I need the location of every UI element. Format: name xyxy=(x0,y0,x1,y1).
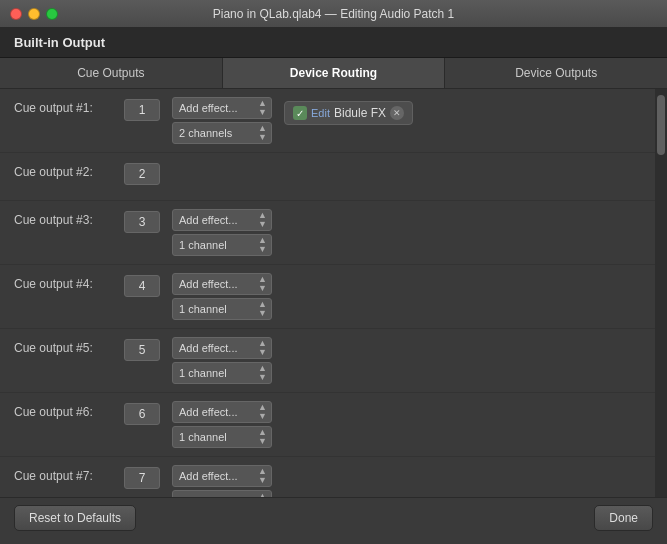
dropdown-arrow: ▲▼ xyxy=(258,428,267,446)
effect-name-1: Bidule FX xyxy=(334,106,386,120)
add-effect-dropdown-0[interactable]: Add effect...▲▼ xyxy=(172,97,272,119)
tab-device-outputs[interactable]: Device Outputs xyxy=(445,58,667,88)
channel-dropdown-6[interactable]: 1 channel▲▼ xyxy=(172,490,272,497)
cue-number-5[interactable]: 5 xyxy=(124,339,160,361)
badge-row-1: ✓EditBidule FX✕ xyxy=(284,97,413,125)
cue-label-5: Cue output #5: xyxy=(14,337,124,355)
section-header: Built-in Output xyxy=(0,28,667,58)
cue-effects-col-5: Add effect...▲▼1 channel▲▼ xyxy=(172,337,272,384)
close-button[interactable] xyxy=(10,8,22,20)
add-effect-dropdown-3[interactable]: Add effect...▲▼ xyxy=(172,273,272,295)
dropdown-arrow: ▲▼ xyxy=(258,124,267,142)
cue-effects-col-6: Add effect...▲▼1 channel▲▼ xyxy=(172,401,272,448)
effect-dropdowns-0-0: Add effect...▲▼2 channels▲▼ xyxy=(172,97,272,144)
cue-row-3: Cue output #3:3Add effect...▲▼1 channel▲… xyxy=(0,201,655,265)
cue-row-7: Cue output #7:7Add effect...▲▼1 channel▲… xyxy=(0,457,655,497)
done-button[interactable]: Done xyxy=(594,505,653,531)
add-effect-dropdown-5[interactable]: Add effect...▲▼ xyxy=(172,401,272,423)
cue-effects-col-7: Add effect...▲▼1 channel▲▼ xyxy=(172,465,272,497)
add-effect-dropdown-6[interactable]: Add effect...▲▼ xyxy=(172,465,272,487)
cue-label-7: Cue output #7: xyxy=(14,465,124,483)
dropdown-arrow: ▲▼ xyxy=(258,492,267,497)
cue-number-6[interactable]: 6 xyxy=(124,403,160,425)
dropdown-arrow: ▲▼ xyxy=(258,211,267,229)
add-effect-dropdown-2[interactable]: Add effect...▲▼ xyxy=(172,209,272,231)
cue-number-3[interactable]: 3 xyxy=(124,211,160,233)
cue-row-6: Cue output #6:6Add effect...▲▼1 channel▲… xyxy=(0,393,655,457)
dropdown-arrow: ▲▼ xyxy=(258,467,267,485)
scroll-area[interactable]: Cue output #1:1Add effect...▲▼2 channels… xyxy=(0,89,655,497)
cue-row-5: Cue output #5:5Add effect...▲▼1 channel▲… xyxy=(0,329,655,393)
cue-effects-col-1: Add effect...▲▼2 channels▲▼ xyxy=(172,97,272,144)
effect-dropdowns-6-0: Add effect...▲▼1 channel▲▼ xyxy=(172,465,272,497)
scrollbar-track xyxy=(655,89,667,497)
add-effect-dropdown-4[interactable]: Add effect...▲▼ xyxy=(172,337,272,359)
effect-dropdowns-4-0: Add effect...▲▼1 channel▲▼ xyxy=(172,337,272,384)
cue-row-1: Cue output #1:1Add effect...▲▼2 channels… xyxy=(0,89,655,153)
close-effect-button-1[interactable]: ✕ xyxy=(390,106,404,120)
cue-label-4: Cue output #4: xyxy=(14,273,124,291)
channel-dropdown-5[interactable]: 1 channel▲▼ xyxy=(172,426,272,448)
check-icon-1[interactable]: ✓ xyxy=(293,106,307,120)
cue-row-2: Cue output #2:2 xyxy=(0,153,655,201)
dropdown-arrow: ▲▼ xyxy=(258,236,267,254)
effect-badge-1-0: ✓EditBidule FX✕ xyxy=(284,101,413,125)
tabs-bar: Cue Outputs Device Routing Device Output… xyxy=(0,58,667,89)
channel-dropdown-0[interactable]: 2 channels▲▼ xyxy=(172,122,272,144)
cue-number-4[interactable]: 4 xyxy=(124,275,160,297)
dropdown-arrow: ▲▼ xyxy=(258,300,267,318)
channel-dropdown-4[interactable]: 1 channel▲▼ xyxy=(172,362,272,384)
cue-label-6: Cue output #6: xyxy=(14,401,124,419)
reset-defaults-button[interactable]: Reset to Defaults xyxy=(14,505,136,531)
dropdown-arrow: ▲▼ xyxy=(258,275,267,293)
cue-effects-col-3: Add effect...▲▼1 channel▲▼ xyxy=(172,209,272,256)
dropdown-arrow: ▲▼ xyxy=(258,339,267,357)
zoom-button[interactable] xyxy=(46,8,58,20)
channel-dropdown-3[interactable]: 1 channel▲▼ xyxy=(172,298,272,320)
dropdown-arrow: ▲▼ xyxy=(258,364,267,382)
dropdown-arrow: ▲▼ xyxy=(258,99,267,117)
cue-label-1: Cue output #1: xyxy=(14,97,124,115)
effect-dropdowns-5-0: Add effect...▲▼1 channel▲▼ xyxy=(172,401,272,448)
effect-dropdowns-2-0: Add effect...▲▼1 channel▲▼ xyxy=(172,209,272,256)
cue-row-4: Cue output #4:4Add effect...▲▼1 channel▲… xyxy=(0,265,655,329)
cue-label-2: Cue output #2: xyxy=(14,161,124,179)
window-title: Piano in QLab.qlab4 — Editing Audio Patc… xyxy=(213,7,455,21)
cue-number-2[interactable]: 2 xyxy=(124,163,160,185)
effect-dropdowns-3-0: Add effect...▲▼1 channel▲▼ xyxy=(172,273,272,320)
cue-label-3: Cue output #3: xyxy=(14,209,124,227)
cue-number-1[interactable]: 1 xyxy=(124,99,160,121)
scrollbar-thumb[interactable] xyxy=(657,95,665,155)
edit-button-1[interactable]: Edit xyxy=(311,107,330,119)
main-content: Cue output #1:1Add effect...▲▼2 channels… xyxy=(0,89,667,497)
channel-dropdown-2[interactable]: 1 channel▲▼ xyxy=(172,234,272,256)
cue-effects-col-4: Add effect...▲▼1 channel▲▼ xyxy=(172,273,272,320)
minimize-button[interactable] xyxy=(28,8,40,20)
cue-number-7[interactable]: 7 xyxy=(124,467,160,489)
traffic-lights xyxy=(10,8,58,20)
tab-device-routing[interactable]: Device Routing xyxy=(223,58,446,88)
titlebar: Piano in QLab.qlab4 — Editing Audio Patc… xyxy=(0,0,667,28)
tab-cue-outputs[interactable]: Cue Outputs xyxy=(0,58,223,88)
footer: Reset to Defaults Done xyxy=(0,497,667,537)
dropdown-arrow: ▲▼ xyxy=(258,403,267,421)
